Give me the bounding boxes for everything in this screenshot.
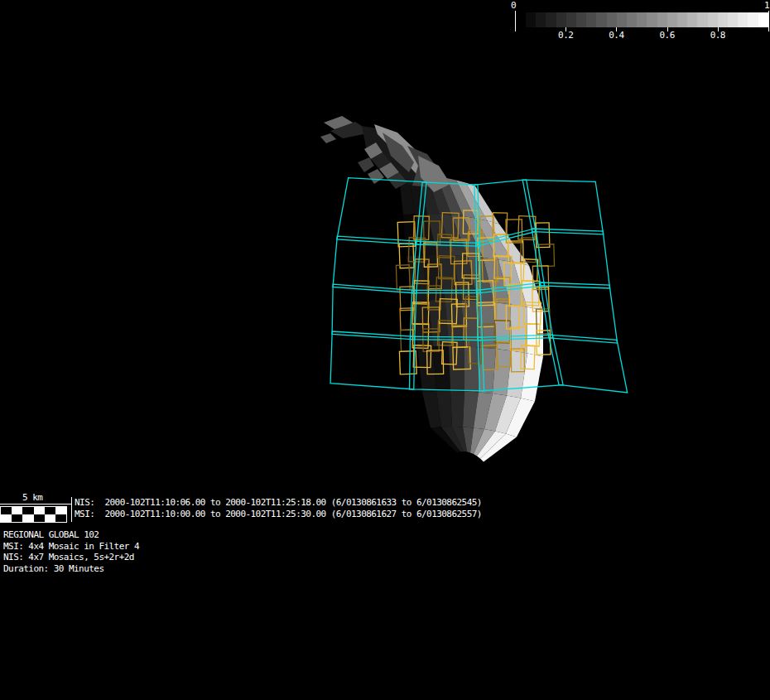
- colorbar-step: [566, 12, 576, 27]
- colorbar-step: [607, 12, 617, 27]
- checker-cell: [45, 514, 55, 522]
- duration-info: Duration: 30 Minutes: [3, 563, 139, 575]
- colorbar-step: [667, 12, 677, 27]
- colorbar-step: [546, 12, 556, 27]
- colorbar-step: [718, 12, 728, 27]
- checker-cell: [45, 507, 55, 514]
- colorbar-step: [687, 12, 697, 27]
- asteroid-arm-facet: [320, 133, 336, 143]
- colorbar-step: [586, 12, 596, 27]
- checker-cell: [55, 507, 66, 514]
- scene-3d-view: [0, 0, 770, 700]
- colorbar-step: [576, 12, 586, 27]
- checker-cell: [12, 507, 22, 514]
- asteroid-facet: [478, 301, 496, 349]
- checker-cell: [34, 507, 45, 514]
- colorbar: 0 1 0.20.40.60.8: [507, 0, 770, 45]
- checker-cell: [12, 514, 22, 522]
- colorbar-min-tick: [515, 11, 516, 31]
- colorbar-step: [536, 12, 546, 27]
- msi-info: MSI: 4x4 Mosaic in Filter 4: [3, 541, 139, 553]
- colorbar-step: [617, 12, 627, 27]
- colorbar-step: [728, 12, 738, 27]
- nis-info: NIS: 4x7 Mosaics, 5s+2r+2d: [3, 552, 139, 563]
- colorbar-step: [596, 12, 606, 27]
- viewport: 0 1 0.20.40.60.8 5 km NIS: 2000-102T11:1…: [0, 0, 770, 700]
- scale-label: 5 km: [22, 492, 42, 503]
- checker-cell: [1, 514, 12, 522]
- scale-end-tick: [71, 497, 72, 522]
- colorbar-step: [637, 12, 647, 27]
- colorbar-max-tick: [768, 11, 769, 31]
- asteroid-facet: [450, 391, 464, 427]
- scale-checker: [0, 506, 67, 523]
- checker-cell: [22, 507, 33, 514]
- checker-cell: [34, 514, 45, 522]
- colorbar-step: [677, 12, 687, 27]
- checker-cell: [55, 514, 66, 522]
- colorbar-step: [748, 12, 758, 27]
- colorbar-gradient: [526, 12, 768, 27]
- instrument-time-ranges: NIS: 2000-102T11:10:06.00 to 2000-102T11…: [75, 497, 482, 519]
- colorbar-step: [758, 12, 768, 27]
- colorbar-tick-label: 0.6: [659, 30, 674, 41]
- colorbar-step: [627, 12, 637, 27]
- checker-cell: [22, 514, 33, 522]
- colorbar-tick-label: 0.2: [558, 30, 573, 41]
- colorbar-step: [657, 12, 667, 27]
- colorbar-step: [697, 12, 707, 27]
- colorbar-step: [708, 12, 718, 27]
- msi-time-range: MSI: 2000-102T11:10:00.00 to 2000-102T11…: [75, 509, 482, 520]
- colorbar-tick-label: 0.4: [609, 30, 623, 41]
- colorbar-tick-label: 0.8: [710, 30, 725, 41]
- sequence-title: REGIONAL GLOBAL 102: [3, 529, 139, 541]
- colorbar-step: [647, 12, 657, 27]
- checker-cell: [1, 507, 12, 514]
- colorbar-step: [738, 12, 748, 27]
- nis-time-range: NIS: 2000-102T11:10:06.00 to 2000-102T11…: [75, 497, 482, 509]
- scale-bar: 5 km: [0, 491, 83, 524]
- sequence-info: REGIONAL GLOBAL 102 MSI: 4x4 Mosaic in F…: [3, 529, 139, 574]
- msi-footprint: [330, 331, 415, 389]
- msi-footprint: [540, 282, 617, 343]
- colorbar-step: [556, 12, 566, 27]
- colorbar-max-label: 1: [764, 0, 769, 11]
- msi-footprint: [548, 335, 627, 393]
- colorbar-min-label: 0: [511, 0, 516, 11]
- colorbar-step: [526, 12, 536, 27]
- scale-underline: [0, 504, 71, 504]
